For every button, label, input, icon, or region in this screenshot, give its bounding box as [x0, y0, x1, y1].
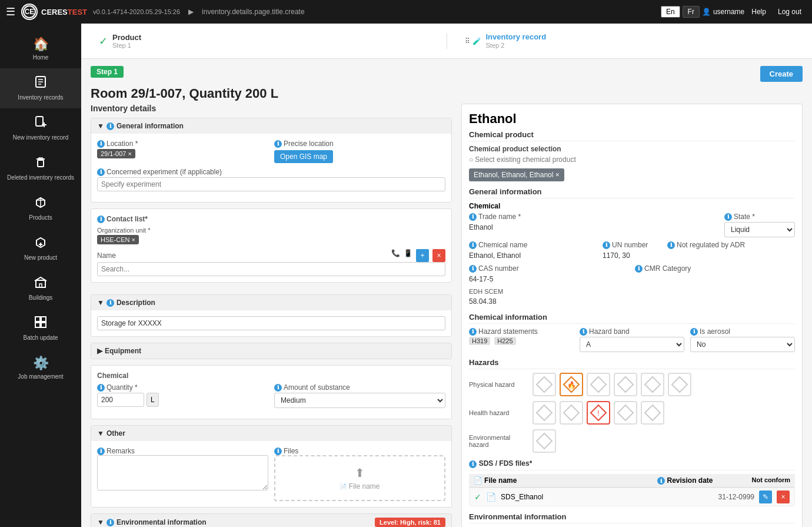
quantity-input[interactable] — [97, 393, 144, 407]
un-number-label: UN number — [612, 241, 648, 249]
sidebar-label-new-product: New product — [24, 254, 57, 261]
step2-title: Inventory record — [486, 32, 547, 41]
un-number-value: 1170, 30 — [603, 250, 661, 261]
description-label: Description — [117, 299, 155, 307]
adr-label: Not regulated by ADR — [677, 241, 745, 249]
svg-marker-25 — [645, 377, 660, 392]
level-badge: Level: High, risk: 81 — [375, 518, 445, 527]
step1-check-icon: ✓ — [99, 35, 108, 48]
hazard-icon-carcinogen — [641, 401, 664, 425]
sds-filename: SDS_Ethanol — [501, 493, 714, 501]
sidebar-item-home[interactable]: 🏠 Home — [0, 29, 81, 68]
state-select[interactable]: Liquid — [724, 222, 795, 237]
sds-section: ℹ SDS / FDS files* 📄 File name ℹ — [469, 459, 795, 506]
contact-info-icon: ℹ — [97, 216, 105, 223]
sidebar-item-batch-update[interactable]: Batch update — [0, 309, 81, 349]
physical-hazard-icons: 🔥 — [533, 373, 691, 396]
precise-loc-info-icon: ℹ — [274, 140, 282, 148]
hz-stmt-info: ℹ — [469, 328, 477, 336]
lang-fr-button[interactable]: Fr — [683, 6, 700, 18]
chemical-title: Ethanol — [469, 111, 795, 127]
other-label: Other — [107, 429, 125, 437]
sds-revision-col-header: ℹ Revision date — [657, 476, 747, 485]
cmr-label: CMR Category — [644, 264, 691, 273]
chem-general-info-section: General information Chemical ℹ Trade nam… — [469, 187, 795, 307]
location-tag: 29/1-007 × — [97, 149, 135, 158]
sds-edit-button[interactable]: ✎ — [759, 490, 772, 503]
general-info-header[interactable]: ▼ ℹ General information — [91, 118, 451, 134]
inventory-icon — [34, 75, 47, 92]
aerosol-select[interactable]: No — [690, 337, 795, 352]
topbar: ☰ CE CERESTEST v0.0.1-4714-2020.05.29-15… — [0, 0, 812, 24]
sidebar-item-job-management[interactable]: ⚙️ Job management — [0, 349, 81, 387]
h225-tag: H225 — [494, 337, 515, 345]
remove-contact-button[interactable]: × — [432, 249, 445, 262]
qty-info-icon: ℹ — [97, 384, 105, 392]
description-header[interactable]: ▼ ℹ Description — [91, 295, 451, 310]
step1-title: Product — [112, 33, 141, 42]
hazard-icon-acute-toxic — [533, 401, 556, 425]
svg-marker-31 — [618, 405, 633, 420]
location-info-icon: ℹ — [97, 140, 105, 148]
gis-map-button[interactable]: Open GIS map — [274, 150, 333, 163]
sidebar-item-inventory-records[interactable]: Inventory records — [0, 68, 81, 108]
sds-pdf-icon: 📄 — [486, 492, 496, 502]
sds-delete-button[interactable]: × — [777, 490, 790, 503]
sds-file-icon: 📄 — [474, 476, 482, 485]
step-badge: Step 1 — [91, 66, 124, 78]
edh-scem-label: EDH SCEM — [469, 288, 795, 295]
sidebar-label-products: Products — [29, 214, 52, 221]
logout-link[interactable]: Log out — [773, 8, 806, 16]
env-info-header[interactable]: ▼ ℹ Environmental information Level: Hig… — [91, 514, 451, 527]
remarks-textarea[interactable] — [97, 455, 268, 490]
sds-check-icon: ✓ — [474, 492, 481, 502]
svg-marker-28 — [564, 405, 579, 420]
hazard-band-select[interactable]: A — [580, 337, 684, 352]
svg-text:🔥: 🔥 — [567, 380, 576, 389]
logo: CE CERESTEST — [21, 4, 87, 20]
org-unit-label: Organization unit * — [97, 227, 445, 234]
topbar-right: En Fr 👤 username Help Log out — [661, 6, 806, 18]
sidebar-item-products[interactable]: Products — [0, 188, 81, 228]
amount-group: ℹ Amount of substance Medium — [274, 383, 445, 408]
concerned-exp-input[interactable] — [97, 177, 445, 191]
sidebar-item-buildings[interactable]: Buildings — [0, 269, 81, 309]
menu-icon[interactable]: ☰ — [6, 5, 15, 18]
left-column: Inventory details ▼ ℹ General informatio… — [91, 104, 452, 527]
amount-label: Amount of substance — [284, 383, 350, 392]
env-hazard-label: Environmental hazard — [469, 434, 528, 448]
help-link[interactable]: Help — [747, 8, 771, 16]
chem-product-section: Chemical product Chemical product select… — [469, 130, 795, 181]
svg-marker-20 — [537, 377, 552, 392]
sidebar-item-new-inventory[interactable]: New inventory record — [0, 108, 81, 148]
create-button[interactable]: Create — [760, 66, 803, 82]
adr-info: ℹ — [667, 241, 675, 249]
add-contact-button[interactable]: + — [416, 249, 429, 262]
right-env-info-title: Environmental information — [469, 512, 795, 523]
equipment-header[interactable]: ▶ Equipment — [91, 343, 451, 359]
sidebar-label-deleted: Deleted inventory records — [7, 174, 74, 181]
desc-chevron-icon: ▼ — [97, 299, 104, 307]
cas-label: CAS number — [478, 264, 519, 273]
file-drop-zone[interactable]: ⬆ 📄 File name — [274, 455, 445, 501]
amount-select[interactable]: Medium — [274, 393, 445, 408]
new-inventory-icon — [34, 115, 47, 132]
lang-en-button[interactable]: En — [661, 6, 680, 18]
sidebar-item-deleted[interactable]: Deleted inventory records — [0, 148, 81, 188]
svg-rect-18 — [35, 323, 40, 327]
inventory-details-title: Inventory details — [91, 104, 452, 113]
description-input[interactable] — [97, 316, 445, 330]
hazard-icon-serious-health — [614, 401, 637, 425]
sidebar-item-new-product[interactable]: New product — [0, 228, 81, 269]
remarks-group: ℹ Remarks — [97, 447, 268, 501]
chem-name-info: ℹ — [469, 241, 477, 249]
svg-rect-9 — [38, 160, 44, 167]
sds-title-label: SDS / FDS files* — [479, 459, 533, 468]
user-icon: 👤 — [702, 8, 711, 16]
svg-rect-19 — [41, 323, 46, 327]
svg-marker-26 — [672, 377, 687, 392]
step1-sub: Step 1 — [112, 42, 141, 49]
other-header[interactable]: ▼ Other — [91, 426, 451, 441]
general-info-card: ▼ ℹ General information ℹ Location * 29/… — [91, 118, 452, 203]
contact-search-input[interactable] — [97, 262, 445, 276]
